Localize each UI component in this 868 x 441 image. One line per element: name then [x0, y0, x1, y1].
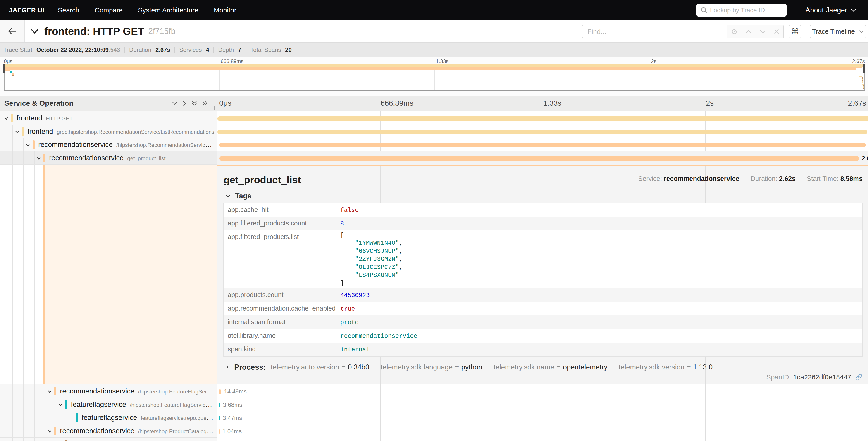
collapse-all-icon[interactable]	[191, 100, 197, 107]
process-value: 0.34b0	[348, 363, 369, 371]
json-line: "1YMWWN1N4O",	[340, 239, 403, 247]
about-jaeger-menu[interactable]: About Jaeger	[806, 6, 856, 14]
minimap-canvas[interactable]	[4, 64, 865, 91]
tag-row-otel.library.name[interactable]: otel.library.namerecommendationservice	[224, 329, 862, 343]
collapse-one-icon[interactable]	[172, 101, 178, 105]
expand-one-icon[interactable]	[183, 100, 186, 106]
jaeger-trace-page: JAEGER UI SearchCompareSystem Architectu…	[0, 0, 868, 441]
span-name-cell[interactable]: featureflagservice/hipstershop.FeatureFl…	[0, 398, 217, 411]
span-row-recommendationservice--hipstershop-ProductCatalogService-ListP[interactable]: recommendationservice/hipstershop.Produc…	[0, 424, 868, 438]
summary-label: Services	[179, 47, 202, 53]
indent-guide	[56, 438, 56, 441]
column-divider[interactable]	[217, 96, 217, 441]
span-row-frontend-HTTP-GET[interactable]: frontendHTTP GET	[0, 111, 868, 125]
prev-result-icon[interactable]	[745, 29, 752, 34]
tag-row-app.products.count[interactable]: app.products.count44530923	[224, 288, 862, 302]
process-row[interactable]: Process:telemetry.auto.version=0.34b0tel…	[225, 363, 713, 372]
tags-section-title: Tags	[235, 192, 251, 200]
span-name-cell[interactable]: frontendgrpc.hipstershop.RecommendationS…	[0, 125, 217, 138]
tag-row-app.recommendation.cache_enabled[interactable]: app.recommendation.cache_enabledtrue	[224, 302, 862, 315]
trace-summary-bar: Trace StartOctober 22 2022, 22:10:09.543…	[0, 42, 868, 57]
span-row-recommendationservice--hipstershop-RecommendationService-ListR[interactable]: recommendationservice/hipstershop.Recomm…	[0, 138, 868, 151]
tag-row-app.filtered_products.list[interactable]: app.filtered_products.list[ "1YMWWN1N4O"…	[224, 230, 862, 288]
tag-row-internal.span.format[interactable]: internal.span.formatproto	[224, 315, 862, 329]
keyboard-shortcuts-button[interactable]: ⌘	[789, 25, 801, 38]
span-service-name[interactable]: frontendHTTP GET	[17, 114, 215, 122]
minimap-right-scrubber-handle[interactable]	[863, 64, 865, 74]
ruler-tick-label: 666.89ms	[381, 99, 413, 108]
span-collapse-chevron-icon[interactable]	[37, 157, 41, 161]
span-service-name[interactable]: featureflagservicefeatureflagservice.rep…	[82, 414, 215, 422]
span-collapse-chevron-icon[interactable]	[15, 130, 19, 134]
expand-all-icon[interactable]	[202, 100, 208, 106]
span-duration-bar[interactable]	[219, 416, 220, 420]
span-row-featureflagservice-featureflagservice-repo-query-featurefla[interactable]: featureflagservicefeatureflagservice.rep…	[0, 411, 868, 424]
span-name-cell[interactable]: featureflagservicefeatureflagservice.rep…	[0, 411, 217, 424]
process-separator	[375, 363, 375, 371]
nav-item-compare[interactable]: Compare	[87, 0, 130, 20]
summary-label: Depth	[218, 47, 234, 53]
brand-jaeger-ui[interactable]: JAEGER UI	[9, 6, 44, 14]
deep-link-icon[interactable]	[855, 373, 863, 381]
span-duration-bar[interactable]	[219, 143, 866, 147]
span-name-cell[interactable]: frontendHTTP GET	[0, 111, 217, 125]
focus-icon[interactable]	[731, 28, 738, 35]
span-name-cell[interactable]: recommendationservice/hipstershop.Featur…	[0, 384, 217, 398]
span-duration-bar[interactable]	[217, 130, 867, 134]
detail-header: get_product_listService:recommendationse…	[223, 166, 863, 189]
span-duration-bar[interactable]	[219, 403, 220, 407]
span-duration-bar[interactable]	[217, 116, 868, 121]
span-service-name[interactable]: productcatalogservice/hipstershop.Produc…	[71, 440, 215, 441]
span-duration-label: 3.68ms	[223, 401, 242, 408]
indent-guide	[12, 384, 13, 398]
span-duration-bar[interactable]	[219, 156, 859, 161]
column-resizer[interactable]	[212, 107, 215, 111]
next-result-icon[interactable]	[760, 29, 766, 34]
nav-item-search[interactable]: Search	[50, 0, 87, 20]
span-row-recommendationservice-get-product-list[interactable]: recommendationserviceget_product_list2.6…	[0, 151, 868, 165]
span-name-cell[interactable]: recommendationservice/hipstershop.Produc…	[0, 424, 217, 438]
span-service-name[interactable]: recommendationservice/hipstershop.Recomm…	[38, 141, 215, 149]
find-input[interactable]	[583, 25, 726, 38]
clear-find-icon[interactable]	[774, 29, 779, 35]
span-collapse-chevron-icon[interactable]	[26, 143, 30, 147]
minimap-left-scrubber-handle[interactable]	[3, 64, 5, 74]
span-duration-bar[interactable]	[219, 429, 220, 434]
back-button[interactable]	[0, 20, 25, 42]
span-row-featureflagservice--hipstershop-FeatureFlagService-GetFlag[interactable]: featureflagservice/hipstershop.FeatureFl…	[0, 398, 868, 411]
span-service-name[interactable]: recommendationservice/hipstershop.Featur…	[60, 387, 215, 395]
span-row-recommendationservice--hipstershop-FeatureFlagService-GetFlag[interactable]: recommendationservice/hipstershop.Featur…	[0, 384, 868, 398]
span-name-cell[interactable]: productcatalogservice/hipstershop.Produc…	[0, 438, 217, 441]
tag-value: true	[340, 302, 355, 315]
json-bracket: [	[340, 232, 344, 239]
tag-row-app.cache_hit[interactable]: app.cache_hitfalse	[224, 203, 862, 217]
span-collapse-chevron-icon[interactable]	[4, 117, 8, 121]
span-name-cell[interactable]: recommendationservice/hipstershop.Recomm…	[0, 138, 217, 151]
tags-section-header[interactable]: Tags	[225, 192, 251, 200]
span-collapse-chevron-icon[interactable]	[48, 390, 52, 394]
process-value: python	[461, 363, 482, 371]
span-row-frontend-grpc-hipstershop-RecommendationService-L[interactable]: frontendgrpc.hipstershop.RecommendationS…	[0, 125, 868, 138]
trace-id-search-input[interactable]	[710, 6, 782, 14]
span-row-productcatalogservice--hipstershop-ProductCatalogService-ListP[interactable]: productcatalogservice/hipstershop.Produc…	[0, 438, 868, 441]
span-service-name[interactable]: frontendgrpc.hipstershop.RecommendationS…	[27, 127, 215, 136]
tag-row-span.kind[interactable]: span.kindinternal	[224, 343, 862, 356]
tag-row-app.filtered_products.count[interactable]: app.filtered_products.count8	[224, 217, 862, 230]
span-name-cell[interactable]: recommendationserviceget_product_list	[0, 151, 217, 165]
indent-guide	[23, 438, 24, 441]
span-collapse-chevron-icon[interactable]	[48, 430, 52, 434]
span-service-name[interactable]: recommendationserviceget_product_list	[49, 154, 215, 162]
collapse-trace-header-icon[interactable]	[30, 29, 39, 34]
ruler-tick-label: 2.67s	[848, 99, 866, 108]
span-duration-bar[interactable]	[219, 389, 221, 394]
process-key: telemetry.sdk.language	[381, 363, 453, 371]
trace-view-dropdown[interactable]: Trace Timeline	[810, 25, 866, 38]
nav-item-system-architecture[interactable]: System Architecture	[130, 0, 206, 20]
span-collapse-chevron-icon[interactable]	[59, 403, 62, 407]
span-service-name[interactable]: recommendationservice/hipstershop.Produc…	[60, 427, 215, 435]
trace-id-search-box[interactable]	[696, 4, 786, 17]
span-service-name[interactable]: featureflagservice/hipstershop.FeatureFl…	[71, 401, 215, 409]
detail-divider	[223, 189, 863, 189]
tag-value: 8	[340, 217, 344, 230]
nav-item-monitor[interactable]: Monitor	[206, 0, 244, 20]
